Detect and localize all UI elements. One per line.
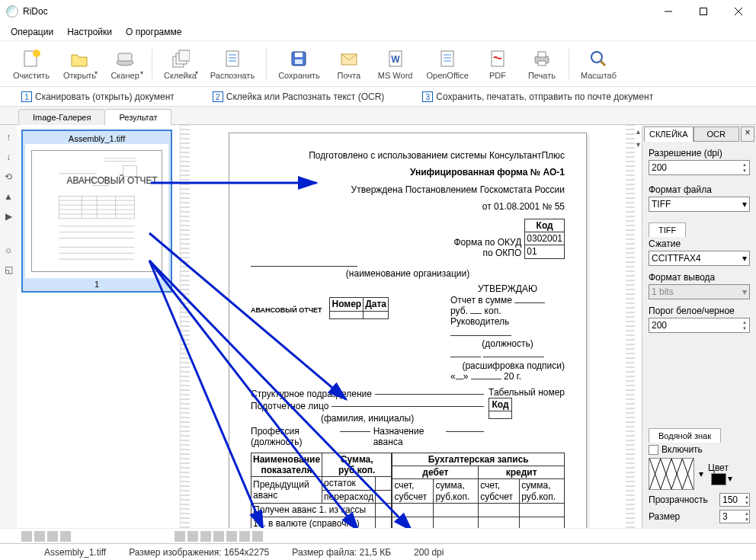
output-label: Формат вывода bbox=[649, 272, 750, 283]
threshold-input[interactable]: 200▲▼ bbox=[649, 318, 750, 333]
msword-button[interactable]: WMS Word bbox=[371, 43, 420, 85]
magnifier-icon bbox=[587, 47, 610, 70]
thumb-title: Assembly_1.tiff bbox=[25, 133, 168, 144]
size-label: Размер bbox=[649, 511, 717, 522]
clear-button[interactable]: Очистить bbox=[6, 43, 56, 85]
tiff-tab[interactable]: TIFF bbox=[649, 222, 686, 237]
svg-rect-0 bbox=[700, 8, 707, 15]
save-button[interactable]: Сохранить bbox=[271, 43, 327, 85]
resolution-label: Разрешение (dpi) bbox=[649, 148, 750, 158]
menu-operations[interactable]: Операции bbox=[5, 24, 59, 40]
svg-point-20 bbox=[591, 52, 602, 62]
color-dropdown-icon[interactable]: ▾ bbox=[728, 473, 732, 485]
size-input[interactable]: 3▲▼ bbox=[719, 510, 750, 523]
open-button[interactable]: Открыть bbox=[56, 43, 103, 85]
tab-gallery[interactable]: Image-Галерея bbox=[18, 109, 105, 125]
brightness-icon[interactable]: ☼ bbox=[2, 244, 14, 256]
crop-icon[interactable]: ◱ bbox=[2, 264, 14, 276]
rotate-icon[interactable]: ⟲ bbox=[2, 171, 14, 183]
step-2: 2Склейка или Распознать текст (OCR) bbox=[213, 91, 385, 102]
right-tab-ocr[interactable]: OCR bbox=[694, 126, 739, 142]
openoffice-button[interactable]: OpenOffice bbox=[419, 43, 475, 85]
wm-dropdown-icon[interactable]: ▾ bbox=[699, 469, 703, 479]
svg-text:АВАНСОВЫЙ ОТЧЕТ: АВАНСОВЫЙ ОТЧЕТ bbox=[67, 174, 158, 186]
folder-open-icon bbox=[68, 47, 91, 70]
window-title: RiDoc bbox=[23, 6, 651, 17]
print-button[interactable]: Печать bbox=[520, 43, 564, 85]
status-imgsize: Размер изображения: 1654x2275 bbox=[129, 547, 269, 558]
right-tab-assemble[interactable]: СКЛЕЙКА bbox=[644, 126, 694, 142]
flip-v-icon[interactable]: ▶ bbox=[2, 210, 14, 222]
threshold-label: Порог белое/черное bbox=[649, 306, 750, 316]
step-3: 3Сохранить, печатать, отправить по почте… bbox=[422, 91, 653, 102]
save-icon bbox=[287, 47, 310, 70]
status-filesize: Размер файла: 21,5 КБ bbox=[292, 547, 391, 558]
flip-h-icon[interactable]: ▲ bbox=[2, 190, 14, 203]
minimize-button[interactable] bbox=[651, 0, 686, 23]
svg-rect-8 bbox=[226, 51, 239, 66]
watermark-enable-label: Включить bbox=[662, 444, 703, 455]
format-select[interactable]: TIFF▾ bbox=[649, 197, 750, 212]
close-button[interactable] bbox=[721, 0, 756, 23]
new-icon bbox=[20, 47, 43, 70]
pdf-icon bbox=[486, 47, 509, 70]
maximize-button[interactable] bbox=[686, 0, 721, 23]
watermark-tab[interactable]: Водяной знак bbox=[649, 428, 721, 443]
resolution-input[interactable]: 200▲▼ bbox=[649, 160, 750, 175]
menu-about[interactable]: О программе bbox=[120, 24, 187, 40]
document-preview[interactable]: Подготовлено с использованием системы Ко… bbox=[229, 133, 587, 528]
print-icon bbox=[530, 47, 553, 70]
pdf-button[interactable]: PDF bbox=[476, 43, 520, 85]
thumb-index: 1 bbox=[25, 278, 168, 289]
format-label: Формат файла bbox=[649, 184, 750, 195]
compression-select[interactable]: CCITTFAX4▾ bbox=[649, 251, 750, 266]
status-filename: Assembly_1.tiff bbox=[44, 547, 106, 558]
watermark-enable-checkbox[interactable] bbox=[649, 445, 658, 455]
arrow-down-icon[interactable]: ↓ bbox=[2, 151, 14, 163]
mail-icon bbox=[338, 47, 360, 70]
preview-scrollbar[interactable]: ▲▼ bbox=[635, 125, 642, 528]
menu-settings[interactable]: Настройки bbox=[61, 24, 118, 40]
svg-rect-11 bbox=[295, 59, 303, 64]
svg-text:W: W bbox=[391, 54, 400, 65]
scanner-button[interactable]: Сканер bbox=[103, 43, 147, 85]
arrow-up-icon[interactable]: ↑ bbox=[2, 131, 14, 143]
thumbnail-1[interactable]: Assembly_1.tiff АВАНСОВЫЙ ОТЧЕТ bbox=[21, 130, 172, 293]
openoffice-icon bbox=[436, 47, 459, 70]
scanner-icon bbox=[114, 47, 136, 70]
svg-rect-7 bbox=[179, 50, 190, 61]
output-select: 1 bits▾ bbox=[649, 284, 750, 299]
svg-rect-15 bbox=[441, 51, 453, 66]
svg-rect-4 bbox=[118, 53, 132, 61]
app-icon bbox=[6, 5, 18, 18]
tab-result[interactable]: Результат bbox=[104, 109, 171, 125]
ocr-icon bbox=[221, 47, 244, 70]
svg-rect-18 bbox=[538, 52, 546, 57]
step-1: 1Сканировать (открыть) документ bbox=[21, 91, 175, 102]
opacity-label: Прозрачность bbox=[649, 494, 717, 505]
opacity-input[interactable]: 150▲▼ bbox=[719, 493, 750, 507]
zoom-button[interactable]: Масштаб bbox=[574, 43, 623, 85]
svg-point-2 bbox=[33, 50, 40, 57]
compression-label: Сжатие bbox=[649, 238, 750, 249]
svg-rect-10 bbox=[295, 53, 303, 57]
mail-button[interactable]: Почта bbox=[327, 43, 371, 85]
status-dpi: 200 dpi bbox=[414, 547, 444, 558]
color-label: Цвет bbox=[708, 462, 732, 473]
color-picker[interactable] bbox=[711, 473, 726, 485]
right-close-button[interactable]: × bbox=[741, 126, 754, 142]
svg-rect-19 bbox=[538, 61, 546, 66]
assemble-button[interactable]: Склейка bbox=[157, 43, 203, 85]
watermark-preview[interactable] bbox=[649, 458, 694, 490]
recognize-button[interactable]: Распознать bbox=[203, 43, 261, 85]
msword-icon: W bbox=[384, 47, 407, 70]
stack-icon bbox=[168, 47, 191, 70]
